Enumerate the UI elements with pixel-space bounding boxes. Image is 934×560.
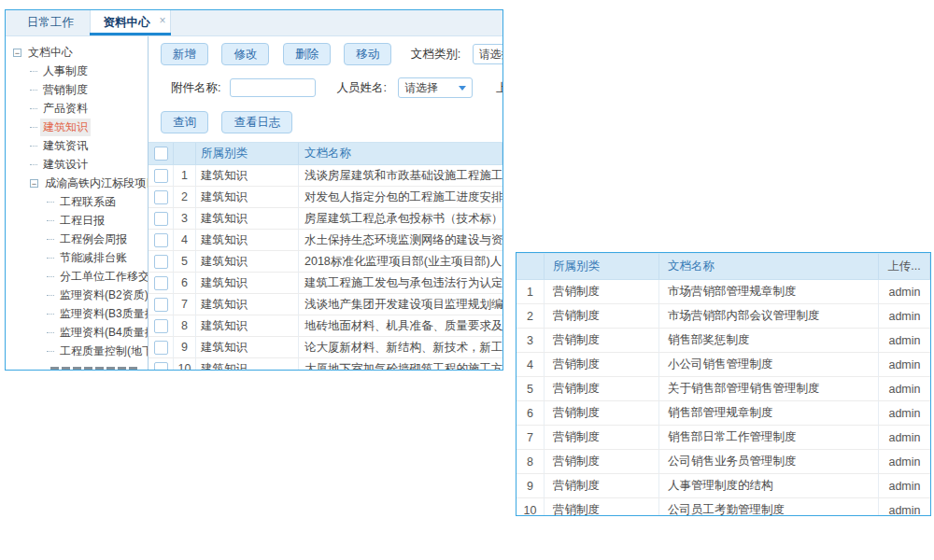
row-number: 4	[174, 230, 196, 250]
tree-item-partial[interactable]	[50, 367, 137, 370]
row-checkbox-cell	[149, 337, 174, 357]
table-row[interactable]: 3营销制度销售部奖惩制度admin	[517, 329, 930, 353]
tree-item-5[interactable]: 建筑资讯	[6, 136, 148, 155]
doc-category-select[interactable]: 请选择	[473, 44, 502, 64]
row-number: 7	[174, 294, 196, 315]
row-number: 10	[517, 498, 545, 516]
tree-item-label: 建筑知识	[40, 119, 91, 136]
tree-item-11[interactable]: 节能减排台账	[6, 248, 148, 267]
tree-item-3[interactable]: 产品资料	[6, 99, 148, 118]
table-row[interactable]: 2建筑知识对发包人指定分包的工程施工进度安排...	[149, 187, 502, 208]
row-category: 营销制度	[545, 426, 659, 449]
chevron-down-icon	[459, 86, 466, 91]
tree-item-0[interactable]: −文档中心	[6, 43, 148, 62]
table-row[interactable]: 5建筑知识2018标准化监理项目部(业主项目部)人员...	[149, 251, 502, 273]
tab-data-center[interactable]: 资料中心 ×	[90, 10, 171, 35]
tree-item-label: 监理资料(B3质量控制)	[57, 305, 149, 323]
row-checkbox[interactable]	[154, 276, 168, 290]
table-row[interactable]: 8建筑知识地砖地面材料、机具准备、质量要求及...	[149, 315, 502, 337]
name-column-header: 文档名称	[299, 143, 502, 164]
tree-item-4[interactable]: 建筑知识	[6, 118, 148, 136]
tree-item-label: 人事制度	[40, 63, 91, 80]
tree-item-12[interactable]: 分工单位工作移交	[6, 267, 148, 286]
tree-item-13[interactable]: 监理资料(B2资质)	[6, 286, 148, 304]
collapse-icon[interactable]: −	[13, 49, 21, 57]
row-doc-name: 浅谈地产集团开发建设项目监理规划编...	[299, 294, 502, 315]
uploader-column-header: 上传...	[879, 254, 930, 279]
row-checkbox[interactable]	[154, 319, 168, 333]
search-button[interactable]: 查询	[161, 111, 208, 133]
row-category: 营销制度	[545, 329, 659, 352]
row-category: 营销制度	[545, 280, 659, 303]
tree-item-2[interactable]: 营销制度	[6, 80, 148, 99]
row-checkbox[interactable]	[154, 255, 168, 269]
table-row[interactable]: 6营销制度销售部管理规章制度admin	[517, 401, 930, 426]
table-row[interactable]: 9建筑知识论大厦新材料、新结构、新技术，新工...	[149, 337, 502, 358]
collapse-icon[interactable]: −	[30, 179, 38, 188]
tree-connector-icon	[47, 276, 54, 277]
row-checkbox-cell	[149, 294, 174, 315]
tree-item-15[interactable]: 监理资料(B4质量控制)	[6, 323, 148, 342]
tree-item-label: 节能减排台账	[57, 249, 130, 267]
row-number: 2	[517, 304, 545, 328]
category-column-header: 所属别类	[196, 143, 299, 164]
view-log-button[interactable]: 查看日志	[221, 111, 292, 133]
attachment-name-input[interactable]	[230, 78, 316, 97]
tree-item-8[interactable]: 工程联系函	[6, 192, 148, 211]
table-row[interactable]: 1营销制度市场营销部管理规章制度admin	[517, 280, 930, 304]
tree-connector-icon	[47, 220, 54, 221]
tree-connector-icon	[47, 295, 54, 296]
person-name-value: 请选择	[404, 80, 438, 96]
table-row[interactable]: 6建筑知识建筑工程施工发包与承包违法行为认定...	[149, 273, 502, 294]
tree-item-6[interactable]: 建筑设计	[6, 155, 148, 174]
person-name-select[interactable]: 请选择	[398, 77, 473, 98]
table-row[interactable]: 10建筑知识大厦地下室加气砼墙砌筑工程的施工方...	[149, 358, 502, 370]
add-button[interactable]: 新增	[161, 43, 208, 65]
row-category: 建筑知识	[196, 337, 299, 357]
tree-item-16[interactable]: 工程质量控制(地下室)	[6, 342, 148, 360]
table-row[interactable]: 7营销制度销售部日常工作管理制度admin	[517, 426, 930, 450]
row-checkbox[interactable]	[154, 190, 168, 204]
row-checkbox[interactable]	[154, 212, 168, 226]
table-row[interactable]: 4建筑知识水土保持生态环境监测网络的建设与资...	[149, 230, 502, 251]
table-row[interactable]: 4营销制度小公司销售管理制度admin	[517, 353, 930, 377]
table-row[interactable]: 5营销制度关于销售部管理销售管理制度admin	[517, 377, 930, 401]
row-checkbox[interactable]	[154, 298, 168, 312]
close-icon[interactable]: ×	[159, 9, 165, 33]
table-row[interactable]: 7建筑知识浅谈地产集团开发建设项目监理规划编...	[149, 294, 502, 315]
edit-button[interactable]: 修改	[221, 43, 269, 65]
table-row[interactable]: 1建筑知识浅谈房屋建筑和市政基础设施工程施工...	[149, 165, 502, 187]
move-button[interactable]: 移动	[344, 43, 391, 65]
row-category: 建筑知识	[196, 208, 299, 229]
tree-item-10[interactable]: 工程例会周报	[6, 230, 148, 248]
row-checkbox-cell	[149, 251, 174, 272]
row-checkbox[interactable]	[154, 169, 168, 183]
tab-daily-work[interactable]: 日常工作	[15, 10, 86, 35]
row-doc-name: 2018标准化监理项目部(业主项目部)人员...	[299, 251, 502, 272]
table-row[interactable]: 8营销制度公司销售业务员管理制度admin	[517, 450, 930, 474]
tree-item-14[interactable]: 监理资料(B3质量控制)	[6, 304, 148, 323]
tree-item-1[interactable]: 人事制度	[6, 62, 148, 80]
tree-item-label: 成渝高铁内江标段项目	[42, 175, 149, 192]
row-checkbox[interactable]	[154, 341, 168, 355]
tree-item-7[interactable]: −成渝高铁内江标段项目	[6, 174, 148, 192]
table-row[interactable]: 2营销制度市场营销部内部会议管理制度admin	[517, 304, 930, 329]
row-checkbox-cell	[149, 187, 174, 207]
table-row[interactable]: 3建筑知识房屋建筑工程总承包投标书（技术标）...	[149, 208, 502, 230]
tree-item-9[interactable]: 工程日报	[6, 211, 148, 230]
delete-button[interactable]: 删除	[283, 43, 331, 65]
select-all-checkbox[interactable]	[154, 147, 168, 161]
row-checkbox-cell	[149, 208, 174, 229]
row-number: 4	[517, 353, 545, 376]
table-row[interactable]: 10营销制度公司员工考勤管理制度admin	[517, 498, 930, 516]
upload-date-label: 上传日期	[496, 81, 502, 94]
window-body: −文档中心人事制度营销制度产品资料建筑知识建筑资讯建筑设计−成渝高铁内江标段项目…	[6, 36, 502, 370]
table-header: 所属别类 文档名称	[149, 142, 502, 165]
row-doc-name: 建筑工程施工发包与承包违法行为认定...	[299, 273, 502, 293]
toolbar-actions: 新增 修改 删除 移动 文档类别: 请选择 文档	[161, 43, 502, 65]
table-row[interactable]: 9营销制度人事管理制度的结构admin	[517, 474, 930, 498]
row-checkbox-cell	[149, 315, 174, 336]
row-checkbox[interactable]	[154, 362, 168, 371]
row-number: 2	[174, 187, 196, 207]
row-checkbox[interactable]	[154, 233, 168, 247]
